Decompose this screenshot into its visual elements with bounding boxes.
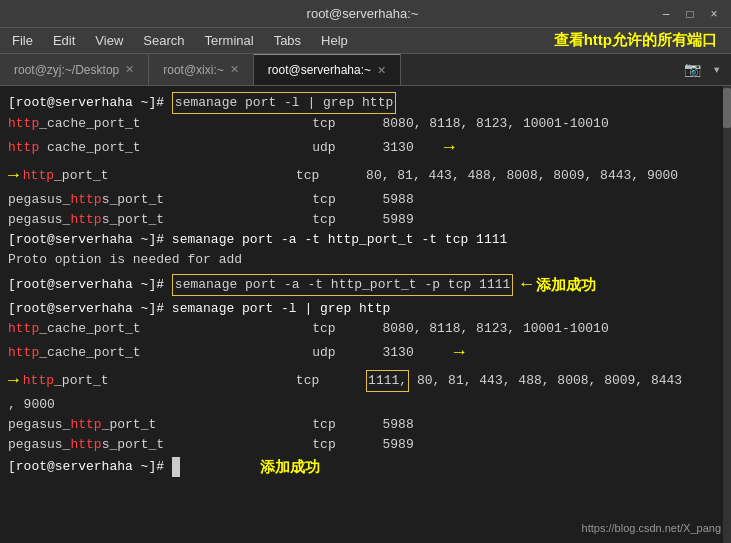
terminal-line-13: → http_port_t tcp 1111, 80, 81, 443, 488… bbox=[8, 367, 723, 395]
close-button[interactable]: × bbox=[705, 7, 723, 21]
annotation-add-success: 添加成功 bbox=[260, 455, 320, 478]
menu-view[interactable]: View bbox=[87, 31, 131, 50]
output-pegasus-https-3: pegasus_https_port_t tcp 5989 bbox=[8, 435, 414, 455]
prompt-1: [root@serverhaha ~]# bbox=[8, 93, 172, 113]
terminal-line-16: pegasus_https_port_t tcp 5989 bbox=[8, 435, 723, 455]
output-pegasus-http-1: pegasus_http_port_t tcp 5988 bbox=[8, 415, 414, 435]
annotation-view-ports: 查看http允许的所有端口 bbox=[554, 31, 727, 50]
terminal-line-10: [root@serverhaha ~]# semanage port -l | … bbox=[8, 299, 723, 319]
tab-close-serverhaha[interactable]: ✕ bbox=[377, 64, 386, 77]
terminal-line-8: Proto option is needed for add bbox=[8, 250, 723, 270]
tab-label: root@zyj:~/Desktop bbox=[14, 63, 119, 77]
terminal-line-2: http_cache_port_t tcp 8080, 8118, 8123, … bbox=[8, 114, 723, 134]
prompt-final: [root@serverhaha ~]# bbox=[8, 457, 172, 477]
arrow-icon-4: → bbox=[454, 339, 465, 367]
terminal-line-11: http_cache_port_t tcp 8080, 8118, 8123, … bbox=[8, 319, 723, 339]
window-title: root@serverhaha:~ bbox=[68, 6, 657, 21]
http-label-2: http bbox=[23, 371, 54, 391]
annotation-add-1111: 添加成功 bbox=[536, 273, 596, 296]
terminal-line-14: , 9000 bbox=[8, 395, 723, 415]
tab-xixi[interactable]: root@xixi:~ ✕ bbox=[149, 54, 254, 85]
menu-help[interactable]: Help bbox=[313, 31, 356, 50]
arrow-icon-5: → bbox=[8, 367, 19, 395]
maximize-button[interactable]: □ bbox=[681, 7, 699, 21]
terminal-line-15: pegasus_http_port_t tcp 5988 bbox=[8, 415, 723, 435]
menu-search[interactable]: Search bbox=[135, 31, 192, 50]
terminal-line-5: pegasus_https_port_t tcp 5988 bbox=[8, 190, 723, 210]
terminal-line-1: [root@serverhaha ~]# semanage port -l | … bbox=[8, 92, 723, 114]
prompt-4: [root@serverhaha ~]# semanage port -l | … bbox=[8, 299, 390, 319]
terminal: [root@serverhaha ~]# semanage port -l | … bbox=[0, 86, 731, 543]
terminal-line-7: [root@serverhaha ~]# semanage port -a -t… bbox=[8, 230, 723, 250]
tab-actions: 📷 ▾ bbox=[674, 54, 731, 85]
new-port-1111: 1111, bbox=[366, 370, 409, 392]
terminal-line-3: http cache_port_t udp 3130 → bbox=[8, 134, 723, 162]
title-bar: root@serverhaha:~ – □ × bbox=[0, 0, 731, 28]
menu-bar: File Edit View Search Terminal Tabs Help… bbox=[0, 28, 731, 54]
tab-zyj[interactable]: root@zyj:~/Desktop ✕ bbox=[0, 54, 149, 85]
watermark: https://blog.csdn.net/X_pang bbox=[582, 520, 721, 537]
output-pegasus-https-2: pegasus_https_port_t tcp 5989 bbox=[8, 210, 414, 230]
scrollbar[interactable] bbox=[723, 86, 731, 543]
tab-camera-button[interactable]: 📷 bbox=[680, 59, 705, 80]
menu-file[interactable]: File bbox=[4, 31, 41, 50]
output-proto-option: Proto option is needed for add bbox=[8, 250, 242, 270]
terminal-line-12: http_cache_port_t udp 3130 → bbox=[8, 339, 723, 367]
output-http-cache-udp: http cache_port_t udp 3130 bbox=[8, 138, 414, 158]
prompt-2: [root@serverhaha ~]# semanage port -a -t… bbox=[8, 230, 507, 250]
tab-close-xixi[interactable]: ✕ bbox=[230, 63, 239, 76]
terminal-line-9: [root@serverhaha ~]# semanage port -a -t… bbox=[8, 271, 723, 299]
minimize-button[interactable]: – bbox=[657, 7, 675, 21]
arrow-icon-2: → bbox=[8, 162, 19, 190]
menu-terminal[interactable]: Terminal bbox=[197, 31, 262, 50]
command-semanage-add: semanage port -a -t http_port_t -p tcp 1… bbox=[172, 274, 513, 296]
output-http-cache-tcp: http_cache_port_t tcp 8080, 8118, 8123, … bbox=[8, 114, 609, 134]
terminal-line-6: pegasus_https_port_t tcp 5989 bbox=[8, 210, 723, 230]
http-label-1: http bbox=[23, 166, 54, 186]
output-http-port-t: _port_t tcp 80, 81, 443, 488, 8008, 8009… bbox=[54, 166, 678, 186]
tab-label: root@serverhaha:~ bbox=[268, 63, 371, 77]
prompt-3: [root@serverhaha ~]# bbox=[8, 275, 172, 295]
arrow-icon-1: → bbox=[444, 134, 455, 162]
terminal-line-17: [root@serverhaha ~]# 添加成功 bbox=[8, 455, 723, 478]
output-9000: , 9000 bbox=[8, 395, 55, 415]
scrollbar-thumb[interactable] bbox=[723, 88, 731, 128]
window-controls[interactable]: – □ × bbox=[657, 7, 723, 21]
arrow-icon-3: ← bbox=[521, 271, 532, 299]
menu-tabs[interactable]: Tabs bbox=[266, 31, 309, 50]
tab-label: root@xixi:~ bbox=[163, 63, 224, 77]
tab-dropdown-button[interactable]: ▾ bbox=[709, 59, 725, 80]
output-pegasus-https-1: pegasus_https_port_t tcp 5988 bbox=[8, 190, 414, 210]
output-http-cache-tcp2: http_cache_port_t tcp 8080, 8118, 8123, … bbox=[8, 319, 609, 339]
tab-close-zyj[interactable]: ✕ bbox=[125, 63, 134, 76]
tab-serverhaha[interactable]: root@serverhaha:~ ✕ bbox=[254, 54, 401, 85]
output-rest-ports: 80, 81, 443, 488, 8008, 8009, 8443 bbox=[409, 371, 682, 391]
output-http-cache-udp2: http_cache_port_t udp 3130 bbox=[8, 343, 414, 363]
menu-edit[interactable]: Edit bbox=[45, 31, 83, 50]
terminal-line-4: → http_port_t tcp 80, 81, 443, 488, 8008… bbox=[8, 162, 723, 190]
output-http-port-t2: _port_t tcp bbox=[54, 371, 366, 391]
tab-bar: root@zyj:~/Desktop ✕ root@xixi:~ ✕ root@… bbox=[0, 54, 731, 86]
command-semanage-grep: semanage port -l | grep http bbox=[172, 92, 396, 114]
